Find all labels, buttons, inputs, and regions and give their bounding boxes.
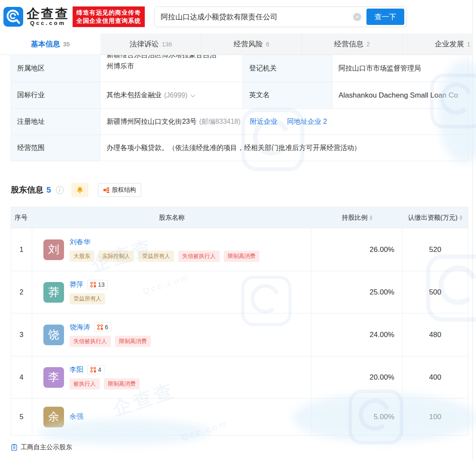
subscribe-bell-button[interactable]	[71, 183, 88, 197]
tab-label: 基本信息	[31, 39, 60, 49]
search-bar: × 查一下	[154, 6, 407, 27]
brand-text[interactable]: 企查查 Qcc.com	[27, 7, 69, 26]
info-label: 英文名	[243, 82, 333, 108]
sort-icon[interactable]: ▲▼	[369, 215, 372, 221]
shareholder-cell: 余余强	[32, 399, 311, 435]
tab-count: 6	[266, 41, 269, 48]
info-value-text: 新疆博州阿拉山口文化街23号	[107, 117, 197, 126]
name-line: 刘春华	[70, 238, 259, 247]
info-value: 新疆维吾尔自治区博尔塔拉蒙古自治州博乐市	[101, 55, 243, 82]
shareholders-table-body: 1刘刘春华大股东实际控制人受益所有人失信被执行人限制高消费26.00%5202莽…	[11, 228, 468, 435]
column-header-2[interactable]: 持股比例▲▼	[311, 207, 403, 228]
shareholder-name-link[interactable]: 余强	[70, 412, 83, 421]
search-input[interactable]	[161, 12, 353, 21]
table-row: 3饶饶海涛6失信被执行人限制高消费24.00%480	[11, 313, 468, 356]
tab-企业发展[interactable]: 企业发展1	[402, 34, 472, 55]
shareholder-name-link[interactable]: 饶海涛	[70, 323, 90, 332]
tab-经营风险[interactable]: 经营风险6	[201, 34, 302, 55]
tab-基本信息[interactable]: 基本信息35	[0, 34, 101, 55]
equity-structure-button[interactable]: 股权结构	[98, 183, 141, 197]
tag-被执行人: 被执行人	[70, 378, 100, 389]
info-value-text: Alashankou Dacheng Small Loan Co	[339, 91, 458, 100]
info-label: 国标行业	[11, 82, 101, 108]
shareholder-cell: 李李阳4被执行人限制高消费	[32, 356, 311, 398]
shareholder-info: 余强	[70, 412, 83, 421]
clear-search-icon[interactable]: ×	[353, 13, 361, 21]
info-value-text: 新疆维吾尔自治区博尔塔拉蒙古自治州博乐市	[107, 55, 220, 72]
shareholder-name-link[interactable]: 李阳	[70, 365, 83, 374]
info-label: 登记机关	[243, 55, 333, 82]
chevron-down-icon[interactable]	[191, 92, 195, 97]
tab-经营信息[interactable]: 经营信息2	[302, 34, 402, 55]
shareholder-name-link[interactable]: 莽萍	[70, 280, 83, 289]
tag-受益所有人: 受益所有人	[138, 251, 174, 262]
tag-line: 被执行人限制高消费	[70, 378, 140, 389]
sort-desc-icon: ▼	[460, 218, 462, 221]
subscribed-capital: 480	[403, 313, 468, 356]
tag-受益所有人: 受益所有人	[70, 293, 105, 304]
related-companies-badge[interactable]: 6	[94, 322, 111, 332]
tab-bar: 基本信息35法律诉讼136经营风险6经营信息2企业发展1	[0, 34, 472, 55]
table-row: 4李李阳4被执行人限制高消费20.00%400	[11, 356, 468, 398]
tag-限制高消费: 限制高消费	[115, 336, 151, 347]
info-value: 阿拉山口市市场监督管理局	[333, 55, 468, 82]
tab-label: 经营风险	[234, 39, 263, 49]
name-line: 莽萍13	[70, 280, 108, 289]
info-value: 其他未包括金融业(J6999)	[101, 82, 243, 108]
subscribed-capital: 520	[403, 228, 468, 271]
table-row: 5余余强5.00%100	[11, 398, 468, 435]
info-circle-icon[interactable]: i	[56, 186, 64, 194]
shareholding-ratio: 25.00%	[311, 271, 403, 313]
tag-实际控制人: 实际控制人	[98, 251, 134, 262]
brand-name: 企查查	[27, 7, 69, 20]
name-line: 饶海涛6	[70, 322, 151, 332]
related-companies-badge[interactable]: 13	[87, 280, 108, 289]
shareholder-name-link[interactable]: 刘春华	[70, 238, 90, 247]
table-row: 2莽莽萍13受益所有人25.00%500	[11, 271, 468, 313]
row-number: 2	[11, 271, 32, 313]
shareholders-table-header: 序号股东名称持股比例▲▼认缴出资额(万元)▲▼	[11, 207, 468, 228]
sort-icon[interactable]: ▲▼	[460, 215, 462, 221]
info-label: 注册地址	[11, 109, 101, 135]
column-header-3[interactable]: 认缴出资额(万元)▲▼	[403, 207, 468, 228]
info-label: 所属地区	[11, 55, 101, 82]
info-value-muted: (J6999)	[164, 92, 187, 99]
info-label: 经营范围	[11, 135, 101, 161]
row-number: 4	[11, 356, 32, 398]
info-link[interactable]: 附近企业	[250, 117, 278, 126]
info-row: 注册地址新疆博州阿拉山口文化街23号(邮编833418)附近企业同地址企业 2	[11, 108, 468, 135]
shareholders-table: 序号股东名称持股比例▲▼认缴出资额(万元)▲▼ 1刘刘春华大股东实际控制人受益所…	[11, 207, 468, 435]
info-row: 国标行业其他未包括金融业(J6999)英文名Alashankou Dacheng…	[11, 82, 468, 108]
qcc-logo-icon[interactable]	[3, 7, 23, 27]
info-link[interactable]: 同地址企业 2	[287, 117, 327, 126]
search-button[interactable]: 查一下	[366, 9, 404, 25]
info-value-text: 其他未包括金融业	[107, 91, 162, 100]
related-companies-count: 4	[98, 366, 101, 373]
tag-line: 大股东实际控制人受益所有人失信被执行人限制高消费	[70, 251, 259, 262]
subscribed-capital: 100	[403, 399, 468, 435]
shareholding-ratio: 20.00%	[311, 356, 403, 398]
tab-count: 1	[467, 41, 470, 48]
column-header-1: 股东名称	[32, 207, 311, 228]
info-row: 经营范围办理各项小额贷款。（依法须经批准的项目，经相关部门批准后方可开展经营活动…	[11, 135, 468, 161]
equity-structure-label: 股权结构	[112, 186, 136, 194]
subscribed-capital: 500	[403, 271, 468, 313]
shareholder-info: 饶海涛6失信被执行人限制高消费	[70, 322, 151, 347]
name-line: 李阳4	[70, 365, 140, 374]
row-number: 5	[11, 399, 32, 435]
tag-失信被执行人: 失信被执行人	[178, 251, 220, 262]
tab-法律诉讼[interactable]: 法律诉讼136	[101, 34, 201, 55]
tab-label: 经营信息	[334, 39, 363, 49]
subscribed-capital: 400	[403, 356, 468, 398]
tab-count: 2	[366, 41, 370, 48]
name-line: 余强	[70, 412, 83, 421]
shareholding-ratio: 26.00%	[311, 228, 403, 271]
section-title: 股东信息	[11, 184, 43, 196]
info-value: 新疆博州阿拉山口文化街23号(邮编833418)附近企业同地址企业 2	[101, 109, 468, 135]
column-header-label: 序号	[15, 214, 27, 222]
avatar: 刘	[43, 239, 64, 260]
brand-domain: Qcc.com	[27, 20, 69, 26]
org-chart-icon	[103, 187, 110, 193]
info-row: 所属地区新疆维吾尔自治区博尔塔拉蒙古自治州博乐市登记机关阿拉山口市市场监督管理局	[11, 55, 468, 82]
related-companies-badge[interactable]: 4	[87, 365, 104, 374]
